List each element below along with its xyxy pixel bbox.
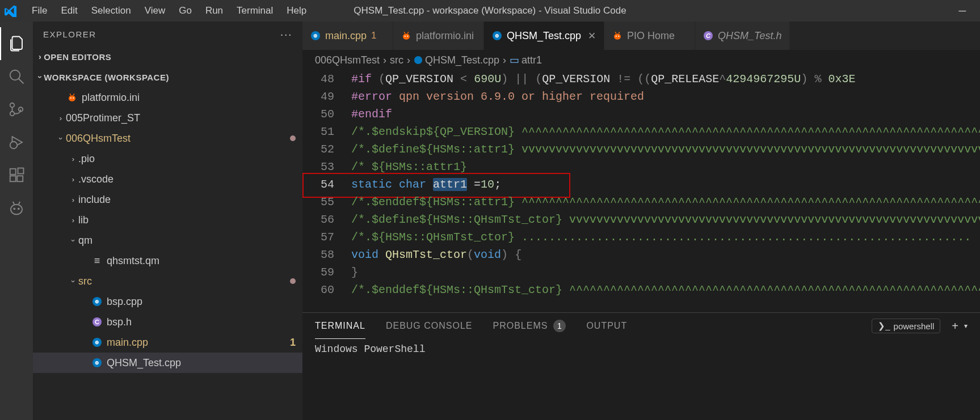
- panel-tab-label: PROBLEMS: [493, 321, 548, 331]
- tab-label: QHSM_Test.h: [718, 30, 781, 42]
- editor-area: ⊕ main.cpp 1 platformio.ini ⊕ QHSM_Test.…: [302, 22, 980, 420]
- menu-help[interactable]: Help: [280, 2, 313, 20]
- open-editors-label: OPEN EDITORS: [44, 52, 111, 62]
- chevron-right-icon: ›: [503, 54, 506, 66]
- svg-rect-9: [18, 168, 24, 174]
- panel-tab-terminal[interactable]: TERMINAL: [315, 313, 365, 339]
- platformio-file-icon: [401, 31, 411, 41]
- bottom-panel: TERMINAL DEBUG CONSOLE PROBLEMS 1 OUTPUT…: [302, 312, 980, 420]
- tree-label: platformio.ini: [82, 92, 296, 104]
- new-terminal-button[interactable]: +: [952, 320, 958, 333]
- tree-folder-include[interactable]: › include: [33, 189, 302, 210]
- open-editors-header[interactable]: › OPEN EDITORS: [33, 46, 302, 67]
- tree-file-qhsmtst-qm[interactable]: ≡ qhsmtst.qm: [33, 251, 302, 271]
- menu-terminal[interactable]: Terminal: [230, 2, 280, 20]
- chevron-right-icon: ›: [68, 175, 78, 184]
- panel-tab-output[interactable]: OUTPUT: [586, 313, 627, 339]
- panel-tab-problems[interactable]: PROBLEMS 1: [493, 313, 566, 339]
- activity-scm[interactable]: [0, 93, 33, 126]
- tree-folder-qm[interactable]: › qm: [33, 230, 302, 251]
- menu-run[interactable]: Run: [199, 2, 230, 20]
- tree-folder-src[interactable]: › src: [33, 271, 302, 291]
- tab-qhsm-test-h[interactable]: C QHSM_Test.h: [695, 22, 790, 50]
- chevron-right-icon: ›: [383, 54, 386, 66]
- svg-line-40: [615, 32, 616, 33]
- problems-count-badge: 1: [553, 320, 566, 332]
- breadcrumbs[interactable]: 006QHsmTest › src › QHSM_Test.cpp › ▭ at…: [302, 50, 980, 70]
- window-title: QHSM_Test.cpp - workspace (Workspace) - …: [354, 5, 626, 16]
- svg-line-1: [19, 79, 24, 84]
- chevron-right-icon: ›: [56, 114, 66, 122]
- tree-file-bsp-cpp[interactable]: ⊕ bsp.cpp: [33, 291, 302, 312]
- svg-point-11: [13, 207, 15, 210]
- chevron-right-icon: ›: [68, 155, 78, 163]
- svg-point-39: [618, 36, 619, 37]
- breadcrumb-item[interactable]: QHSM_Test.cpp: [414, 54, 499, 66]
- svg-point-5: [10, 142, 18, 149]
- tree-label: bsp.cpp: [107, 296, 296, 308]
- tree-folder-protimer[interactable]: › 005Protimer_ST: [33, 108, 302, 128]
- terminal-icon: ❯_: [878, 321, 890, 331]
- extensions-icon: [8, 167, 25, 184]
- svg-text:⊕: ⊕: [95, 299, 99, 304]
- files-icon: [8, 35, 25, 52]
- tab-label: platformio.ini: [416, 30, 474, 42]
- tree-folder-qhsmtest[interactable]: › 006QHsmTest: [33, 128, 302, 149]
- tree-label: include: [78, 194, 296, 206]
- workspace-header[interactable]: › WORKSPACE (WORKSPACE): [33, 67, 302, 87]
- svg-point-15: [69, 95, 75, 101]
- activity-platformio[interactable]: [0, 192, 33, 224]
- terminal-selector[interactable]: ❯_ powershell: [872, 319, 940, 333]
- menu-go[interactable]: Go: [172, 2, 199, 20]
- modified-dot-icon: [290, 278, 296, 284]
- menu-edit[interactable]: Edit: [54, 2, 84, 20]
- tab-main-cpp[interactable]: ⊕ main.cpp 1: [302, 22, 393, 50]
- tab-platformio-ini[interactable]: platformio.ini: [393, 22, 484, 50]
- tree-label: QHSM_Test.cpp: [107, 357, 296, 369]
- breadcrumb-item[interactable]: src: [390, 54, 403, 66]
- platformio-file-icon: [66, 91, 78, 104]
- menu-file[interactable]: File: [25, 2, 54, 20]
- tree-label: main.cpp: [107, 337, 287, 349]
- activity-extensions[interactable]: [0, 159, 33, 192]
- more-icon[interactable]: ···: [280, 28, 292, 41]
- tree-folder-vscode[interactable]: › .vscode: [33, 169, 302, 189]
- svg-rect-6: [10, 169, 16, 175]
- panel-tab-debug[interactable]: DEBUG CONSOLE: [386, 313, 473, 339]
- tree-folder-lib[interactable]: › lib: [33, 210, 302, 230]
- tree-file-main-cpp[interactable]: ⊕ main.cpp 1: [33, 332, 302, 353]
- menu-selection[interactable]: Selection: [85, 2, 138, 20]
- tree-file-platformio-ini[interactable]: platformio.ini: [33, 87, 302, 108]
- breadcrumb-item[interactable]: ▭ attr1: [510, 54, 542, 66]
- tree-file-bsp-h[interactable]: C bsp.h: [33, 312, 302, 332]
- code-editor[interactable]: 48495051525354555657585960 #if (QP_VERSI…: [302, 70, 980, 312]
- cpp-file-icon: ⊕: [91, 295, 103, 308]
- tab-pio-home[interactable]: PIO Home: [604, 22, 695, 50]
- menu-view[interactable]: View: [138, 2, 173, 20]
- symbol-field-icon: ▭: [510, 54, 519, 66]
- explorer-title: EXPLORER: [43, 29, 96, 39]
- svg-point-37: [614, 33, 621, 40]
- svg-line-13: [13, 202, 15, 205]
- breadcrumb-item[interactable]: 006QHsmTest: [315, 54, 380, 66]
- minimize-button[interactable]: ─: [949, 0, 975, 22]
- cpp-file-icon: ⊕: [492, 31, 502, 41]
- activity-debug[interactable]: [0, 126, 33, 159]
- tree-label: 005Protimer_ST: [66, 112, 296, 124]
- svg-point-38: [616, 36, 617, 37]
- tabs-bar: ⊕ main.cpp 1 platformio.ini ⊕ QHSM_Test.…: [302, 22, 980, 50]
- tree-folder-pio[interactable]: › .pio: [33, 149, 302, 169]
- code-area[interactable]: #if (QP_VERSION < 690U) || (QP_VERSION !…: [351, 70, 980, 312]
- error-badge: 1: [371, 30, 376, 41]
- svg-line-19: [73, 94, 74, 95]
- svg-text:⊕: ⊕: [313, 33, 318, 39]
- close-icon[interactable]: ✕: [588, 30, 596, 42]
- activity-search[interactable]: [0, 60, 33, 93]
- tab-qhsm-test-cpp[interactable]: ⊕ QHSM_Test.cpp ✕: [484, 22, 604, 50]
- activity-explorer[interactable]: [0, 27, 33, 60]
- debug-icon: [8, 134, 25, 151]
- terminal-dropdown-icon[interactable]: ▾: [964, 322, 968, 330]
- terminal-content[interactable]: Windows PowerShell: [302, 339, 980, 359]
- tree-file-qhsm-test-cpp[interactable]: ⊕ QHSM_Test.cpp: [33, 353, 302, 373]
- cpp-file-icon: ⊕: [91, 336, 103, 349]
